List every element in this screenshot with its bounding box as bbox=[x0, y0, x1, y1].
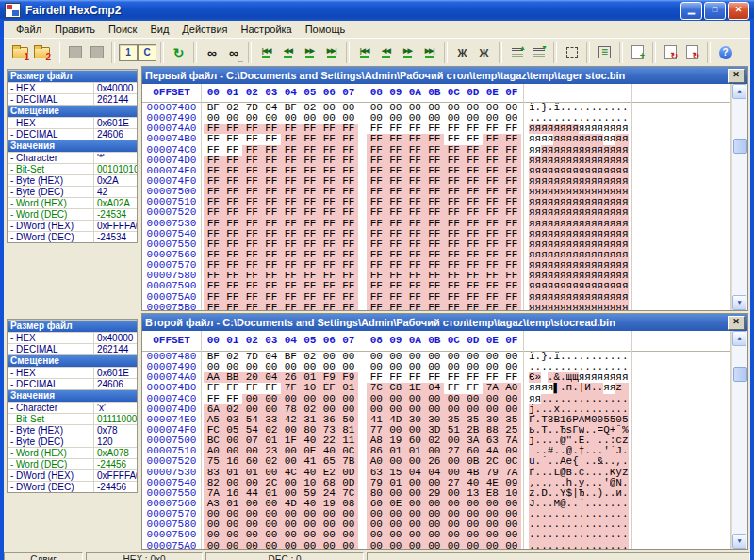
ascii-char[interactable]: я bbox=[579, 124, 585, 134]
ascii-char[interactable]: я bbox=[560, 156, 566, 166]
ascii-char[interactable]: . bbox=[615, 103, 622, 113]
ascii-char[interactable]: Ђ bbox=[560, 425, 566, 436]
ascii-char[interactable]: . bbox=[584, 394, 591, 404]
ascii-char[interactable]: . bbox=[529, 519, 535, 530]
hex-byte[interactable]: 00 bbox=[367, 530, 386, 540]
ascii-char[interactable]: я bbox=[591, 292, 598, 303]
ascii-char[interactable]: я bbox=[566, 187, 573, 197]
ascii-char[interactable]: . bbox=[535, 530, 542, 540]
ascii-char[interactable]: . bbox=[603, 352, 610, 362]
hex-byte[interactable]: 00 bbox=[386, 530, 406, 540]
ascii-char[interactable]: я bbox=[560, 239, 566, 250]
ascii-char[interactable]: . bbox=[548, 468, 554, 478]
ascii-char[interactable]: Ґ bbox=[529, 415, 535, 425]
ascii-char[interactable]: . bbox=[603, 113, 610, 124]
ascii-char[interactable]: . bbox=[622, 541, 629, 549]
ascii-char[interactable]: я bbox=[579, 239, 585, 250]
hex-byte[interactable]: 75 bbox=[204, 456, 223, 467]
ascii-char[interactable]: я bbox=[584, 229, 591, 239]
ascii-char[interactable]: . bbox=[615, 509, 622, 519]
hex-byte[interactable]: FF bbox=[444, 281, 464, 291]
ascii-char[interactable]: . bbox=[591, 394, 598, 404]
ascii-char[interactable]: я bbox=[566, 134, 573, 144]
ascii-char[interactable]: ѓ bbox=[529, 468, 535, 478]
ascii-char[interactable]: я bbox=[579, 145, 585, 156]
title-bar[interactable]: Fairdell HexCmp2 ▁ □ ✕ bbox=[0, 0, 754, 21]
ascii-char[interactable]: и bbox=[615, 488, 622, 499]
ascii-char[interactable]: я bbox=[591, 145, 598, 156]
hex-byte[interactable]: 04 bbox=[425, 383, 445, 393]
ascii-char[interactable]: . bbox=[603, 519, 610, 530]
hex-byte[interactable]: FF bbox=[502, 207, 522, 218]
ascii-char[interactable]: я bbox=[622, 219, 629, 229]
ascii-char[interactable]: ј bbox=[529, 436, 535, 446]
ascii-char[interactable]: w bbox=[579, 425, 585, 436]
hex-byte[interactable]: 00 bbox=[242, 530, 262, 540]
ascii-char[interactable]: K bbox=[610, 468, 616, 478]
ascii-char[interactable]: . bbox=[529, 113, 535, 124]
ascii-char[interactable]: . bbox=[622, 362, 629, 372]
ascii-char[interactable]: . bbox=[603, 436, 610, 446]
save-file-1-button[interactable] bbox=[64, 42, 86, 63]
ascii-char[interactable]: . bbox=[566, 113, 573, 124]
sync-scroll-up-button[interactable]: ▲ bbox=[506, 42, 528, 63]
ascii-char[interactable]: я bbox=[610, 219, 616, 229]
ascii-char[interactable]: я bbox=[603, 271, 610, 281]
ascii-char[interactable]: я bbox=[622, 372, 629, 383]
ascii-char[interactable]: ` bbox=[541, 456, 548, 467]
ascii-char[interactable]: . bbox=[591, 352, 598, 362]
ascii-char[interactable]: я bbox=[548, 124, 554, 134]
hex-byte[interactable]: FF bbox=[444, 207, 464, 218]
ascii-char[interactable]: @ bbox=[610, 478, 616, 488]
ascii-char[interactable]: . bbox=[572, 103, 579, 113]
ascii-char[interactable]: я bbox=[591, 260, 598, 271]
hex-byte[interactable]: FF bbox=[405, 281, 425, 291]
hex-byte[interactable]: FF bbox=[281, 134, 301, 144]
ascii-char[interactable]: . bbox=[615, 499, 622, 509]
ascii-char[interactable]: я bbox=[584, 281, 591, 291]
next-diff-button[interactable]: ▶▶ bbox=[299, 42, 320, 63]
ascii-char[interactable]: . bbox=[603, 488, 610, 499]
ascii-char[interactable]: я bbox=[566, 166, 573, 176]
ascii-char[interactable]: я bbox=[622, 292, 629, 303]
ascii-char[interactable]: я bbox=[579, 250, 585, 260]
ascii-char[interactable]: . bbox=[541, 436, 548, 446]
ascii-char[interactable]: . bbox=[622, 103, 629, 113]
ascii-char[interactable]: . bbox=[603, 404, 610, 415]
ascii-char[interactable]: я bbox=[579, 134, 585, 144]
hex-byte[interactable]: FF bbox=[204, 281, 223, 291]
ascii-char[interactable]: c bbox=[615, 436, 622, 446]
hex-byte[interactable]: FF bbox=[464, 207, 484, 218]
hex-byte[interactable]: 02 bbox=[262, 456, 282, 467]
ascii-char[interactable]: я bbox=[603, 207, 610, 218]
ascii-char[interactable]: . bbox=[535, 404, 542, 415]
hex-byte[interactable]: FF bbox=[223, 383, 243, 393]
ascii-char[interactable]: . bbox=[548, 509, 554, 519]
ascii-char[interactable]: @ bbox=[566, 446, 573, 456]
ascii-char[interactable]: я bbox=[610, 383, 616, 393]
ascii-char[interactable]: я bbox=[548, 250, 554, 260]
ascii-char[interactable]: я bbox=[591, 229, 598, 239]
ascii-char[interactable]: я bbox=[610, 187, 616, 197]
ascii-char[interactable]: z bbox=[529, 488, 535, 499]
hex-byte[interactable]: FF bbox=[483, 207, 502, 218]
ascii-char[interactable]: я bbox=[535, 239, 542, 250]
ascii-char[interactable]: 6 bbox=[566, 415, 573, 425]
ascii-char[interactable]: . bbox=[548, 113, 554, 124]
ascii-char[interactable]: . bbox=[541, 404, 548, 415]
hex-byte[interactable]: 7A bbox=[483, 383, 502, 393]
ascii-char[interactable]: Ј bbox=[529, 499, 535, 509]
ascii-char[interactable]: я bbox=[529, 292, 535, 303]
ascii-char[interactable]: J bbox=[615, 446, 622, 456]
ascii-char[interactable]: я bbox=[535, 207, 542, 218]
ascii-char[interactable]: @ bbox=[560, 436, 566, 446]
ascii-char[interactable]: я bbox=[553, 176, 560, 187]
ascii-char[interactable]: 0 bbox=[615, 415, 622, 425]
ascii-char[interactable]: . bbox=[572, 519, 579, 530]
ascii-char[interactable]: . bbox=[622, 113, 629, 124]
ascii-char[interactable]: ▌ bbox=[553, 383, 560, 393]
ascii-char[interactable]: я bbox=[603, 187, 610, 197]
hex-byte[interactable]: FF bbox=[320, 303, 339, 310]
hex-byte[interactable]: FF bbox=[262, 134, 282, 144]
ascii-char[interactable]: . bbox=[603, 468, 610, 478]
